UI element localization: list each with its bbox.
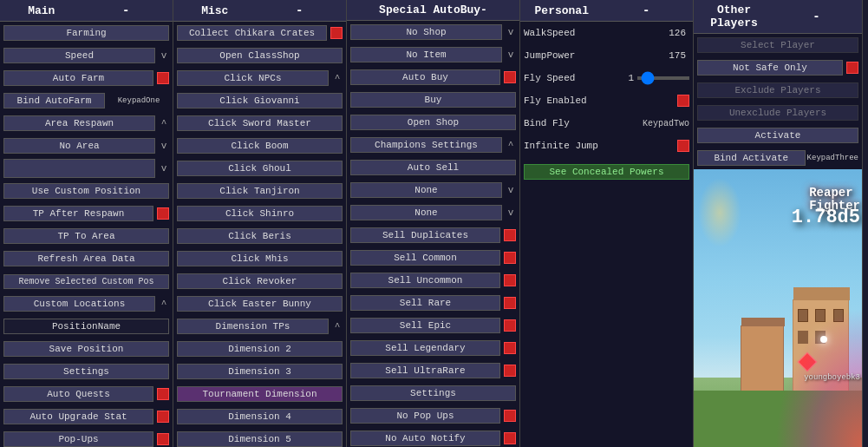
custom-locations-arrow: ^	[159, 299, 169, 309]
main-panel-collapse[interactable]: -	[82, 3, 172, 17]
click-easter-bunny-row: Click Easter Bunny	[173, 293, 346, 315]
other-panel-collapse[interactable]: -	[773, 10, 860, 23]
speed-button[interactable]: Speed	[3, 48, 155, 63]
none2-button[interactable]: None	[350, 205, 502, 220]
autofarm-button[interactable]: Auto Farm	[3, 70, 153, 86]
sell-ultrarare-button[interactable]: Sell UltraRare	[350, 363, 500, 378]
click-tanjiron-button[interactable]: Click Tanjiron	[177, 183, 343, 199]
refresh-area-button[interactable]: Refresh Area Data	[3, 251, 169, 266]
dimension5-button[interactable]: Dimension 5	[177, 431, 343, 447]
sell-common-button[interactable]: Sell Common	[350, 250, 500, 266]
sell-epic-toggle[interactable]	[504, 319, 516, 332]
sell-uncommon-button[interactable]: Sell Uncommon	[350, 273, 500, 288]
dimension2-button[interactable]: Dimension 2	[177, 341, 343, 357]
no-pop-ups-toggle[interactable]	[504, 410, 516, 422]
bind-activate-button[interactable]: Bind Activate	[697, 150, 806, 166]
custom-locations-button[interactable]: Custom Locations	[3, 296, 155, 312]
auto-quests-button[interactable]: Auto Quests	[3, 386, 153, 402]
flyenabled-toggle[interactable]	[677, 95, 689, 107]
popups-toggle[interactable]	[157, 433, 169, 445]
select-player-button[interactable]: Select Player	[697, 37, 858, 53]
click-easter-bunny-button[interactable]: Click Easter Bunny	[177, 296, 343, 312]
click-sword-master-button[interactable]: Click Sword Master	[177, 115, 343, 131]
collect-chikara-toggle[interactable]	[330, 27, 343, 39]
not-safe-only-button[interactable]: Not Safe Only	[697, 60, 843, 76]
sell-legendary-button[interactable]: Sell Legendary	[350, 340, 500, 356]
sell-epic-button[interactable]: Sell Epic	[350, 318, 500, 333]
select-player-row: Select Player	[694, 34, 862, 56]
unexclude-players-button[interactable]: Unexclude Players	[697, 105, 858, 121]
sell-duplicates-toggle[interactable]	[504, 229, 516, 241]
settings-button[interactable]: Settings	[3, 364, 169, 379]
no-auto-notify-button[interactable]: No Auto Notify	[350, 431, 500, 446]
sell-duplicates-button[interactable]: Sell Duplicates	[350, 227, 500, 243]
no-item-button[interactable]: No Item	[350, 47, 502, 62]
sell-ultrarare-toggle[interactable]	[504, 365, 516, 377]
click-shinro-button[interactable]: Click Shinro	[177, 206, 343, 221]
sell-rare-toggle[interactable]	[504, 297, 516, 309]
open-shop-button[interactable]: Open Shop	[350, 115, 516, 130]
misc-panel-title: Misc	[175, 4, 255, 17]
save-position-button[interactable]: Save Position	[3, 341, 169, 357]
click-beris-button[interactable]: Click Beris	[177, 228, 343, 244]
open-classshop-button[interactable]: Open ClassShop	[177, 48, 343, 63]
exclude-players-button[interactable]: Exclude Players	[697, 82, 858, 98]
infinitejump-toggle[interactable]	[677, 140, 689, 152]
buy-button[interactable]: Buy	[350, 92, 516, 108]
remove-custom-pos-button[interactable]: Remove Selected Custom Pos	[3, 274, 169, 289]
dimension3-button[interactable]: Dimension 3	[177, 364, 343, 379]
no-pop-ups-button[interactable]: No Pop Ups	[350, 408, 500, 424]
flyspeed-slider[interactable]	[637, 76, 689, 80]
auto-sell-button[interactable]: Auto Sell	[350, 160, 516, 175]
no-auto-notify-toggle[interactable]	[504, 432, 516, 444]
click-npcs-button[interactable]: Click NPCs	[177, 70, 329, 86]
misc-panel-collapse[interactable]: -	[255, 3, 345, 17]
auto-upgrade-button[interactable]: Auto Upgrade Stat	[3, 409, 153, 424]
no-area-button[interactable]: No Area	[3, 138, 155, 154]
sell-uncommon-toggle[interactable]	[504, 274, 516, 286]
area-respawn-button[interactable]: Area Respawn	[3, 115, 155, 131]
sell-common-toggle[interactable]	[504, 252, 516, 264]
use-custom-pos-button[interactable]: Use Custom Position	[3, 183, 169, 199]
click-revoker-button[interactable]: Click Revoker	[177, 273, 343, 289]
click-sword-master-row: Click Sword Master	[173, 112, 346, 135]
click-boom-button[interactable]: Click Boom	[177, 138, 343, 154]
concealed-powers-button[interactable]: See Concealed Powers	[524, 164, 689, 180]
tp-to-area-button[interactable]: TP To Area	[3, 228, 169, 244]
auto-quests-toggle[interactable]	[157, 388, 169, 400]
champions-settings-button[interactable]: Champions Settings	[350, 137, 502, 153]
no-shop-button[interactable]: No Shop	[350, 24, 502, 40]
personal-panel: Personal - WalkSpeed 126 JumpPower 175 F…	[520, 0, 694, 447]
blank-button[interactable]	[3, 159, 155, 178]
bind-autofarm-key: KeypadOne	[108, 96, 169, 105]
unexclude-players-row: Unexclude Players	[694, 102, 862, 124]
tournament-dimension-button[interactable]: Tournament Dimension	[177, 386, 343, 402]
tp-after-respawn-toggle[interactable]	[157, 207, 169, 220]
auto-upgrade-toggle[interactable]	[157, 411, 169, 423]
auto-buy-toggle[interactable]	[504, 71, 516, 83]
none1-button[interactable]: None	[350, 182, 502, 198]
click-ghoul-button[interactable]: Click Ghoul	[177, 161, 343, 176]
position-name-row	[0, 315, 173, 338]
personal-panel-collapse[interactable]: -	[602, 3, 692, 17]
position-name-input[interactable]	[3, 319, 169, 334]
click-giovanni-button[interactable]: Click Giovanni	[177, 93, 343, 108]
not-safe-only-row: Not Safe Only	[694, 56, 862, 79]
dimension4-button[interactable]: Dimension 4	[177, 409, 343, 424]
activate-button[interactable]: Activate	[697, 128, 858, 143]
bind-autofarm-button[interactable]: Bind AutoFarm	[3, 93, 105, 108]
click-mhis-button[interactable]: Click Mhis	[177, 251, 343, 266]
not-safe-toggle[interactable]	[846, 62, 858, 74]
auto-buy-button[interactable]: Auto Buy	[350, 69, 500, 85]
sell-rare-button[interactable]: Sell Rare	[350, 295, 500, 311]
autofarm-toggle[interactable]	[157, 72, 169, 84]
special-settings-button[interactable]: Settings	[350, 385, 516, 401]
popups-button[interactable]: Pop-Ups	[3, 431, 153, 447]
tp-after-respawn-button[interactable]: TP After Respawn	[3, 206, 153, 221]
collect-chikara-button[interactable]: Collect Chikara Crates	[177, 25, 327, 41]
farming-button[interactable]: Farming	[3, 25, 169, 41]
sell-legendary-toggle[interactable]	[504, 342, 516, 354]
sell-duplicates-row: Sell Duplicates	[347, 224, 519, 247]
dimension-tps-arrow: ^	[332, 321, 343, 332]
dimension-tps-button[interactable]: Dimension TPs	[177, 319, 329, 334]
